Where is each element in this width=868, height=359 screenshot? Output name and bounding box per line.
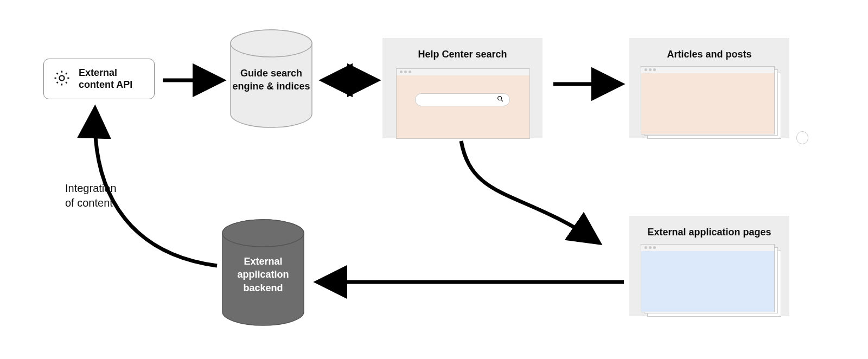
diagram-stage: External content API Guide search engine… [0, 0, 868, 359]
svg-point-1 [222, 220, 304, 247]
svg-line-4 [501, 100, 503, 101]
gear-icon [53, 69, 71, 89]
svg-point-0 [231, 30, 312, 57]
integration-edge-label: Integration of content [65, 181, 136, 210]
svg-point-2 [59, 75, 64, 80]
search-input [415, 93, 510, 106]
api-label: External content API [79, 67, 132, 91]
node-external-content-api: External content API [43, 59, 155, 99]
search-icon [496, 95, 504, 105]
external-pages-title: External application pages [629, 226, 789, 239]
node-help-center-search: Help Center search [382, 38, 542, 138]
node-articles-posts: Articles and posts [629, 38, 789, 138]
arrow-helpcenter-extpages [461, 141, 597, 241]
help-center-title: Help Center search [382, 48, 542, 61]
svg-point-3 [498, 97, 502, 100]
guide-search-label: Guide search engine & indices [231, 67, 312, 93]
node-external-pages: External application pages [629, 216, 789, 316]
external-backend-label: External application backend [225, 255, 301, 294]
articles-title: Articles and posts [629, 48, 789, 61]
